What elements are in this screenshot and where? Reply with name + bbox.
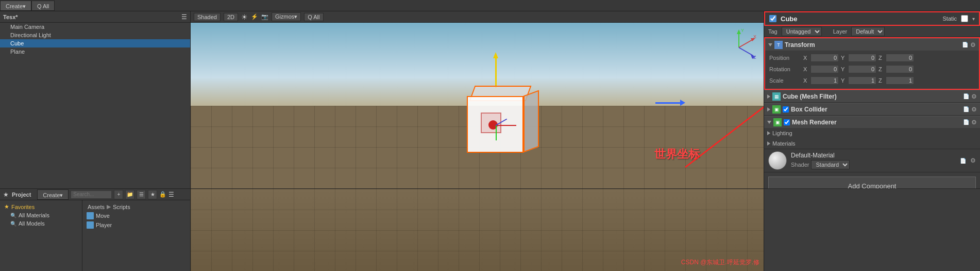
transform-cog-icon[interactable]: ⚙ [970,41,976,49]
2d-button[interactable]: 2D [224,13,238,21]
mesh-renderer-checkbox[interactable] [784,119,790,125]
material-cog-icon[interactable]: ⚙ [970,157,976,164]
position-y-axis: Y [841,54,876,62]
scale-y-axis: Y [841,76,876,85]
mesh-filter-title: Cube (Mesh Filter) [783,93,961,100]
project-list-icon-btn[interactable]: ☰ [137,190,146,199]
shading-button[interactable]: Shaded [194,13,221,21]
inspector-header: Cube Static ▾ [764,11,980,26]
scene-area: Shaded 2D ☀ ⚡ 📷 Gizmos▾ Q All [191,11,764,188]
scale-y-label: Y [841,77,847,84]
box-collider-header[interactable]: ▣ Box Collider 📄 ⚙ [764,103,980,115]
lighting-header[interactable]: Lighting [767,129,977,137]
project-title: Project [12,192,31,198]
project-lock-icon[interactable]: 🔒 [159,191,166,198]
gizmo-y-arrow [495,57,497,88]
tag-select[interactable]: Untagged [782,27,822,36]
mesh-renderer-cog-icon[interactable]: ⚙ [971,119,977,126]
box-collider-section: ▣ Box Collider 📄 ⚙ [764,103,980,116]
position-y-input[interactable] [848,54,876,62]
hierarchy-panel: Tesx* ☰ Main Camera Directional Light Cu… [0,11,191,188]
layer-select[interactable]: Default [851,27,885,36]
inspector-tag-layer: Tag Untagged Layer Default [764,26,980,37]
scale-z-axis: Z [878,76,914,85]
mesh-renderer-section: ▣ Mesh Renderer 📄 ⚙ Lighting Materials [764,116,980,149]
svg-marker-1 [737,29,741,34]
mesh-filter-header[interactable]: ▦ Cube (Mesh Filter) 📄 ⚙ [764,90,980,102]
scale-row: Scale X Y Z [769,75,975,86]
project-create-button[interactable]: Create▾ [37,189,69,200]
shader-select[interactable]: Standard [811,160,850,169]
hierarchy-item-directional-light[interactable]: Directional Light [0,31,190,39]
box-collider-checkbox[interactable] [783,106,789,113]
transform-page-icon[interactable]: 📄 [962,42,968,47]
position-z-input[interactable] [886,54,914,62]
scale-x-label: X [803,77,809,84]
project-menu-icon[interactable]: ☰ [168,191,174,198]
scale-y-input[interactable] [848,76,876,85]
hierarchy-menu-icon[interactable]: ☰ [181,13,187,21]
fx-icon[interactable]: ⚡ [251,13,258,20]
hierarchy-header: Tesx* ☰ [0,11,190,23]
project-all-materials-item[interactable]: 🔍 All Materials [2,211,80,219]
rotation-row: Rotation X Y Z [769,64,975,74]
shader-row: Shader Standard [791,160,956,169]
scale-x-input[interactable] [810,76,839,85]
project-header: ★ Project Create▾ + 📁 ☰ ★ 🔒 ☰ [0,189,190,200]
rotation-x-input[interactable] [810,65,839,73]
cube-face-right [523,90,539,153]
rotation-fields: X Y Z [803,65,975,73]
add-component-button[interactable]: Add Component [768,177,976,188]
gizmos-button[interactable]: Gizmos▾ [272,12,301,21]
hierarchy-item-plane[interactable]: Plane [0,47,190,56]
static-dropdown-icon[interactable]: ▾ [972,16,975,22]
sun-icon[interactable]: ☀ [241,13,248,21]
asset-item-move[interactable]: Move [85,211,188,220]
transform-header[interactable]: T Transform 📄 ⚙ [765,38,979,51]
position-z-axis: Z [878,54,914,62]
project-folder-icon-btn[interactable]: 📁 [125,190,134,199]
hierarchy-item-main-camera[interactable]: Main Camera [0,23,190,31]
rot-x-label: X [803,66,809,72]
mesh-renderer-header[interactable]: ▣ Mesh Renderer 📄 ⚙ [764,116,980,128]
lighting-label: Lighting [772,130,792,136]
all-search-button[interactable]: Q All [31,1,55,11]
pos-z-label: Z [878,55,885,61]
material-page-icon[interactable]: 📄 [960,158,966,164]
mesh-filter-page-icon[interactable]: 📄 [963,93,969,99]
project-search-input[interactable] [71,190,112,199]
scene-all-button[interactable]: Q All [304,13,323,21]
bottom-inspector-extension [764,189,980,271]
rotation-y-input[interactable] [848,65,876,73]
pos-y-label: Y [841,55,847,61]
scene-viewport[interactable]: Y X Z 世界坐标 [191,23,764,188]
all-models-label: All Models [19,220,45,227]
rotation-z-input[interactable] [886,65,914,73]
box-collider-page-icon[interactable]: 📄 [963,106,969,112]
cube-face-front [467,96,523,153]
project-star-icon-btn[interactable]: ★ [148,190,157,199]
rot-z-label: Z [878,66,885,72]
rotation-y-axis: Y [841,65,876,73]
mesh-renderer-page-icon[interactable]: 📄 [963,119,969,125]
hierarchy-item-cube[interactable]: Cube [0,39,190,47]
position-x-input[interactable] [810,54,839,62]
inspector-active-checkbox[interactable] [769,15,776,22]
materials-label: Materials [772,140,796,147]
scale-z-input[interactable] [886,76,914,85]
asset-item-player[interactable]: Player [85,220,188,230]
scene-cube-container [462,86,523,148]
project-all-models-item[interactable]: 🔍 All Models [2,219,80,228]
box-collider-cog-icon[interactable]: ⚙ [971,106,977,113]
breadcrumb-scripts: Scripts [113,204,130,210]
materials-header[interactable]: Materials [767,139,977,148]
project-add-icon-btn[interactable]: + [114,190,123,199]
blue-arrow [655,102,681,104]
mesh-filter-cog-icon[interactable]: ⚙ [971,93,977,100]
create-button[interactable]: Create▾ [0,1,31,11]
camera-icon[interactable]: 📷 [261,13,268,20]
svg-text:Y: Y [741,28,744,33]
bottom-grid [191,189,764,271]
project-favorites-item[interactable]: ★ Favorites [2,202,80,211]
static-checkbox[interactable] [961,15,968,22]
